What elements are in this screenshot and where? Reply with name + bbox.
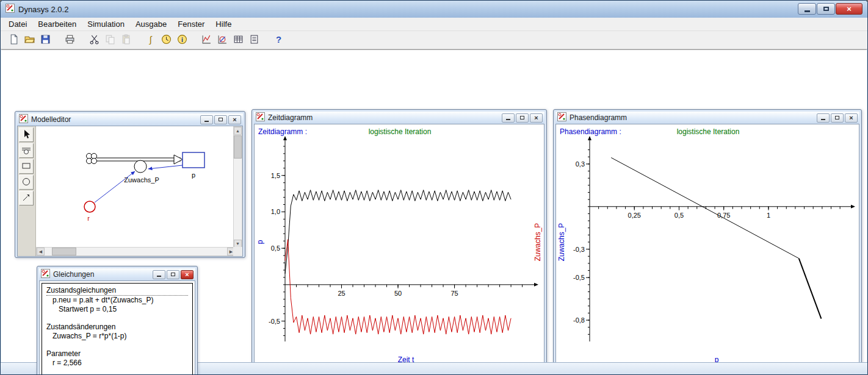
minimize-button[interactable] [798, 3, 816, 15]
equation-heading: Zustandsgleichungen [46, 286, 188, 296]
source-cloud-symbol [87, 154, 97, 164]
scrollbar-thumb[interactable] [234, 135, 242, 159]
select-tool-button[interactable] [19, 127, 34, 142]
parameter-label: r [87, 215, 90, 222]
print-button[interactable] [62, 32, 78, 48]
circle-tool-button[interactable] [19, 175, 34, 190]
menu-datei[interactable]: Datei [3, 18, 32, 30]
svg-text:0,25: 0,25 [628, 212, 641, 219]
model-canvas[interactable]: pZuwachs_Pr [36, 126, 236, 248]
svg-text:logistische Iteration: logistische Iteration [369, 127, 432, 136]
paste-icon [121, 34, 131, 46]
maximize-button[interactable] [817, 3, 835, 15]
maximize-button[interactable] [516, 113, 529, 123]
stock-symbol [183, 152, 204, 168]
menu-simulation[interactable]: Simulation [82, 18, 130, 30]
equation-heading: Parameter [46, 349, 188, 359]
svg-text:Zeitdiagramm :: Zeitdiagramm : [258, 127, 307, 136]
table-icon [233, 34, 244, 46]
svg-text:25: 25 [338, 290, 345, 297]
help-button[interactable]: ? [270, 32, 286, 48]
integral-button[interactable]: ∫ [142, 32, 158, 48]
scrollbar-thumb[interactable] [52, 248, 76, 255]
open-button[interactable] [21, 32, 37, 48]
flow-tool-button[interactable] [19, 143, 34, 158]
table-button[interactable] [230, 32, 246, 48]
svg-text:∫: ∫ [148, 34, 152, 44]
cut-icon [89, 34, 99, 46]
close-button[interactable]: × [181, 270, 193, 279]
cut-button[interactable] [86, 32, 102, 48]
info-button[interactable]: i [174, 32, 190, 48]
gleichungen-content: Zustandsgleichungen p.neu = p.alt + dt*(… [39, 280, 195, 375]
svg-text:Phasendiagramm :: Phasendiagramm : [560, 127, 621, 136]
close-button[interactable]: × [530, 113, 543, 123]
save-icon [40, 34, 51, 46]
svg-text:1: 1 [767, 212, 770, 219]
mdi-workspace: Modelleditor × pZuwachs_Pr ▲ ▼ [1, 49, 867, 362]
svg-text:1,0: 1,0 [271, 208, 280, 215]
clock-button[interactable] [158, 32, 174, 48]
menu-fenster[interactable]: Fenster [172, 18, 210, 30]
gleichungen-title-bar[interactable]: Gleichungen × [39, 268, 195, 280]
flow-label: Zuwachs_P [124, 176, 159, 184]
equations-list[interactable]: Zustandsgleichungen p.neu = p.alt + dt*(… [42, 283, 193, 375]
maximize-button[interactable] [831, 113, 844, 123]
menu-bar: DateiBearbeitenSimulationAusgabeFensterH… [1, 18, 867, 31]
title-bar[interactable]: Dynasys 2.0.2 × [1, 1, 867, 18]
close-button[interactable]: × [836, 3, 863, 15]
arrow-tool-button[interactable] [19, 191, 34, 205]
influence-arrow [148, 165, 183, 169]
equation-section: Zustandsänderungen Zuwachs_P = r*p*(1-p) [46, 323, 188, 341]
modelleditor-title-bar[interactable]: Modelleditor × [17, 113, 243, 126]
report-button[interactable] [246, 32, 262, 48]
window-title: Dynasys 2.0.2 [18, 5, 68, 14]
phase-chart-button[interactable] [214, 32, 230, 48]
app-icon [41, 269, 50, 280]
close-button[interactable]: × [228, 115, 241, 124]
scroll-left-icon[interactable]: ◀ [37, 248, 45, 255]
paste-button[interactable] [118, 32, 134, 48]
maximize-button[interactable] [214, 115, 227, 124]
minimize-button[interactable] [153, 270, 165, 279]
equation-section: Zustandsgleichungen p.neu = p.alt + dt*(… [46, 286, 188, 314]
svg-text:p: p [256, 240, 264, 244]
svg-text:-0,5: -0,5 [269, 318, 280, 325]
modelleditor-title: Modelleditor [31, 115, 71, 124]
flow-valve-symbol [134, 160, 146, 173]
toolbar: ∫i? [1, 31, 867, 49]
svg-text:0,75: 0,75 [717, 212, 730, 219]
app-icon [557, 112, 566, 123]
save-button[interactable] [37, 32, 53, 48]
svg-text:50: 50 [394, 290, 402, 297]
svg-text:-0,5: -0,5 [573, 274, 585, 281]
equation-line: Zuwachs_P = r*p*(1-p) [46, 332, 188, 341]
phase-chart: Phasendiagramm :logistische Iteration0,3… [556, 124, 859, 367]
scroll-up-icon[interactable]: ▲ [234, 127, 242, 135]
select-tool-icon [21, 129, 31, 141]
app-icon [256, 112, 265, 123]
menu-ausgabe[interactable]: Ausgabe [130, 18, 172, 30]
horizontal-scrollbar[interactable]: ◀ ▶ [36, 247, 236, 256]
box-tool-button[interactable] [19, 159, 34, 174]
minimize-button[interactable] [502, 113, 515, 123]
flow-arrowhead [174, 155, 183, 164]
close-button[interactable]: × [845, 113, 858, 123]
menu-bearbeiten[interactable]: Bearbeiten [32, 18, 82, 30]
maximize-button[interactable] [167, 270, 179, 279]
copy-button[interactable] [102, 32, 118, 48]
menu-hilfe[interactable]: Hilfe [210, 18, 237, 30]
arrow-tool-icon [21, 193, 31, 204]
integral-icon: ∫ [145, 34, 156, 46]
help-icon: ? [273, 34, 284, 46]
minimize-button[interactable] [817, 113, 830, 123]
tool-palette [18, 126, 36, 256]
phasendiagramm-title-bar[interactable]: Phasendiagramm × [555, 112, 859, 124]
svg-text:i: i [181, 35, 183, 43]
time-chart-button[interactable] [198, 32, 214, 48]
zeitdiagramm-title-bar[interactable]: Zeitdiagramm × [254, 112, 544, 124]
new-button[interactable] [5, 32, 21, 48]
zeitdiagramm-window: Zeitdiagramm × Zeitdiagramm :logistische… [251, 109, 547, 369]
vertical-scrollbar[interactable]: ▲ ▼ [233, 126, 242, 248]
minimize-button[interactable] [200, 115, 213, 124]
